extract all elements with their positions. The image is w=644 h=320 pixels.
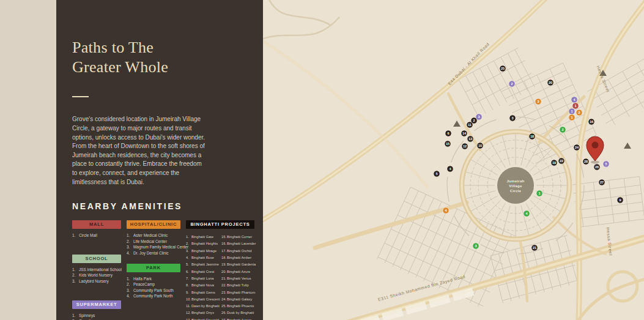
map-marker-18: 18 xyxy=(529,133,535,140)
amenity-item: 21.Binghatti Venus xyxy=(221,275,254,282)
svg-text:1: 1 xyxy=(538,192,540,195)
amenity-item: 12.Binghatti Onyx xyxy=(186,310,219,316)
amenity-item: 22.Binghatti Tulip xyxy=(221,282,254,289)
amenity-item: 27.Binghatti Aurora xyxy=(221,317,254,320)
map-canvas: Jumeirah Village Circle E44 Dubai - Al K… xyxy=(263,0,644,320)
amenity-item: 6.Binghatti Crest xyxy=(186,269,219,275)
map-marker-1: 1 xyxy=(569,114,575,121)
map-marker-26: 26 xyxy=(594,164,600,170)
map-marker-20: 20 xyxy=(547,80,553,86)
amenity-item: 23.Binghatti Phantom xyxy=(221,289,254,296)
svg-text:3: 3 xyxy=(475,244,476,248)
amenity-item: 25.Binghatti Phoenix xyxy=(221,303,254,310)
jvc-label-line3: Circle xyxy=(510,189,522,193)
svg-text:20: 20 xyxy=(549,81,552,84)
park-header: PARK xyxy=(127,264,180,272)
svg-text:22: 22 xyxy=(560,159,563,163)
amenity-item: 1.Binghatti Gate xyxy=(186,234,219,240)
brochure-page: Paths to TheGreater Whole Grove's consid… xyxy=(0,0,644,320)
amenity-item: 24.Binghatti Galaxy xyxy=(221,296,254,303)
svg-text:2: 2 xyxy=(561,128,563,132)
title-line-1: Paths to The xyxy=(72,39,154,56)
amenity-item: 7.Binghatti Luna xyxy=(186,275,219,282)
title-line-2: Greater Whole xyxy=(72,58,168,76)
amenities-columns: MALL 1.Circle Mall SCHOOL 1.JSS Internat… xyxy=(72,220,263,320)
svg-text:9: 9 xyxy=(619,198,621,202)
amenity-item: 3.Ladybird Nursery xyxy=(72,278,121,285)
map-marker-1: 1 xyxy=(572,103,579,109)
svg-text:18: 18 xyxy=(530,135,534,138)
map-marker-19: 19 xyxy=(551,160,557,166)
map-marker-13: 13 xyxy=(467,136,473,142)
map-marker-14: 14 xyxy=(461,130,467,136)
svg-text:5: 5 xyxy=(435,172,437,176)
binghatti-projects-header: BINGHATTI PROJECTS xyxy=(186,220,254,229)
binghatti-projects-lists: 1.Binghatti Gate2.Binghatti Heights3.Bin… xyxy=(186,230,254,320)
map-marker-4: 4 xyxy=(524,210,530,217)
supermarket-section: SUPERMARKET 1.Spinneys2.Grandiose3.Choit… xyxy=(72,300,121,320)
mall-list: 1.Circle Mall xyxy=(72,233,121,239)
jvc-label-line1: Jumeirah xyxy=(506,179,524,183)
amenity-item: 8.Binghatti Nova xyxy=(186,282,219,289)
amenity-item: 2.PeaceCamp xyxy=(127,281,180,288)
park-list: 1.Halfa Park2.PeaceCamp3.Community Park … xyxy=(127,276,180,299)
svg-text:5: 5 xyxy=(605,162,607,166)
amenity-item: 16.Binghatti Lavender xyxy=(221,240,254,247)
svg-text:21: 21 xyxy=(533,246,536,250)
binghatti-list-left: 1.Binghatti Gate2.Binghatti Heights3.Bin… xyxy=(186,234,219,320)
svg-text:2: 2 xyxy=(578,111,580,114)
title-divider xyxy=(72,96,89,97)
svg-text:19: 19 xyxy=(552,161,556,165)
map-marker-2: 2 xyxy=(560,127,566,133)
jvc-center-badge: Jumeirah Village Circle xyxy=(497,167,534,204)
amenity-item: 11.Dawn by Binghatti xyxy=(186,303,219,310)
svg-text:3: 3 xyxy=(478,115,479,119)
supermarket-header: SUPERMARKET xyxy=(72,300,121,309)
hospital-header: HOSPITAL/CLINIC xyxy=(127,220,180,229)
svg-text:26: 26 xyxy=(595,165,599,169)
map-marker-2: 2 xyxy=(509,81,515,87)
map-marker-21: 21 xyxy=(531,245,538,251)
map-marker-5: 5 xyxy=(434,171,440,177)
map-marker-4: 4 xyxy=(447,166,453,172)
school-section: SCHOOL 1.JSS International School2.Kids … xyxy=(72,255,121,285)
mall-header: MALL xyxy=(72,220,121,229)
amenity-item: 4.Community Park North xyxy=(127,293,180,299)
svg-text:24: 24 xyxy=(575,146,579,149)
svg-text:11: 11 xyxy=(468,123,472,127)
park-section: PARK 1.Halfa Park2.PeaceCamp3.Community … xyxy=(127,264,180,299)
amenity-item: 19.Binghatti Gardenia xyxy=(221,261,254,268)
amenity-item: 26.Dusk by Binghatti xyxy=(221,310,254,316)
map-marker-3: 3 xyxy=(535,99,541,105)
svg-text:3: 3 xyxy=(537,100,539,103)
map-marker-25: 25 xyxy=(500,65,506,72)
svg-text:1: 1 xyxy=(574,104,576,108)
amenity-item: 1.Spinneys xyxy=(72,313,121,319)
map-marker-4: 4 xyxy=(571,97,577,103)
hospital-list: 1.Aster Medical Clinic2.Life Medical Cen… xyxy=(127,233,180,256)
amenity-item: 3.Community Park South xyxy=(127,288,180,294)
school-list: 1.JSS International School2.Kids World N… xyxy=(72,267,121,285)
map-marker-9: 9 xyxy=(617,197,623,203)
description-text: Grove's considered location in Jumeirah … xyxy=(72,115,205,187)
amenity-item: 3.Binghatti Mirage xyxy=(186,248,219,255)
map-marker-27: 27 xyxy=(599,179,605,185)
map-marker-10: 10 xyxy=(477,143,483,149)
amenities-column-2: HOSPITAL/CLINIC 1.Aster Medical Clinic2.… xyxy=(127,220,180,320)
map-marker-2: 2 xyxy=(576,110,582,116)
map-marker-12: 12 xyxy=(462,143,468,149)
svg-text:14: 14 xyxy=(462,132,467,135)
amenity-item: 2.Binghatti Heights xyxy=(186,240,219,247)
svg-text:28: 28 xyxy=(584,160,588,163)
location-map: Jumeirah Village Circle E44 Dubai - Al K… xyxy=(263,0,644,320)
amenity-item: 2.Life Medical Center xyxy=(127,239,180,245)
map-marker-16: 16 xyxy=(588,119,594,125)
amenity-item: 4.Binghatti Rose xyxy=(186,255,219,261)
svg-text:27: 27 xyxy=(600,180,604,184)
amenity-item: 15.Binghatti Corner xyxy=(221,234,254,240)
amenity-item: 17.Binghatti Orchid xyxy=(221,248,254,255)
info-panel: Paths to TheGreater Whole Grove's consid… xyxy=(56,0,263,320)
amenity-item: 4.Dr. Joy Dental Clinic xyxy=(127,250,180,256)
amenity-item: 1.Aster Medical Clinic xyxy=(127,233,180,239)
map-marker-22: 22 xyxy=(558,158,564,164)
